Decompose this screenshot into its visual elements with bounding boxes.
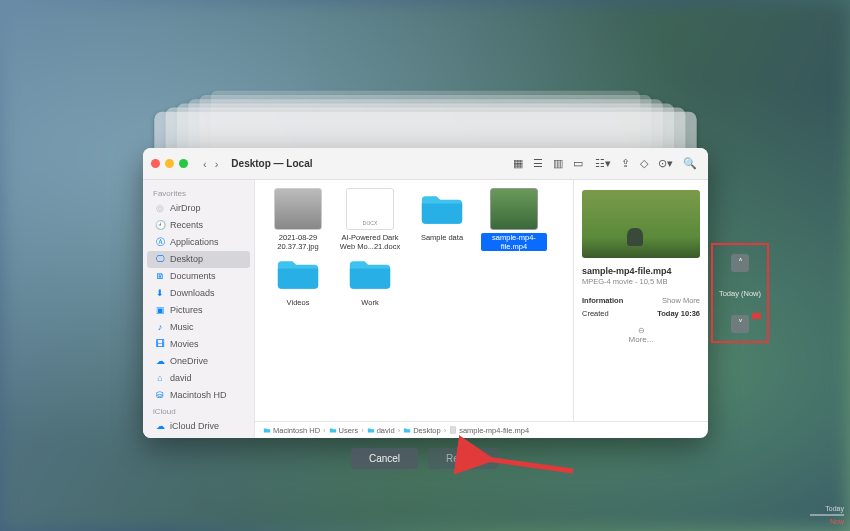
movie-icon: 🎞 bbox=[155, 338, 165, 351]
file-item[interactable]: Videos bbox=[265, 253, 331, 307]
pic-icon: ▣ bbox=[155, 304, 165, 317]
file-name-label: 2021-08-29 20.37.37.jpg bbox=[265, 233, 331, 251]
breadcrumb-item[interactable]: Macintosh HD bbox=[263, 426, 320, 435]
folder-thumbnail bbox=[346, 253, 394, 295]
more-actions-icon[interactable]: ⊖ bbox=[582, 326, 700, 335]
sidebar-item-desktop[interactable]: 🖵Desktop bbox=[147, 251, 250, 268]
sidebar-item-label: OneDrive bbox=[170, 355, 208, 368]
preview-filename: sample-mp4-file.mp4 bbox=[582, 266, 700, 276]
nav-forward-button[interactable]: › bbox=[212, 156, 222, 172]
file-item[interactable]: sample-mp4-file.mp4 bbox=[481, 188, 547, 251]
group-menu-icon[interactable]: ☷▾ bbox=[592, 155, 614, 172]
icloud-icon: ☁ bbox=[155, 420, 165, 433]
action-menu-icon[interactable]: ⊙▾ bbox=[655, 155, 676, 172]
sidebar-section-header: Favorites bbox=[143, 186, 254, 200]
doc-icon: 🗎 bbox=[155, 270, 165, 283]
cloud-icon: ☁ bbox=[155, 355, 165, 368]
sidebar-item-label: Movies bbox=[170, 338, 199, 351]
breadcrumb-separator: › bbox=[323, 426, 326, 435]
breadcrumb-item[interactable]: Desktop bbox=[403, 426, 441, 435]
breadcrumb-item[interactable]: david bbox=[367, 426, 395, 435]
sidebar-item-applications[interactable]: ⒶApplications bbox=[147, 234, 250, 251]
breadcrumb-item[interactable]: Users bbox=[329, 426, 359, 435]
created-value: Today 10:36 bbox=[657, 309, 700, 318]
view-mode-segment[interactable]: ▦ ☰ ▥ ▭ bbox=[510, 155, 586, 172]
sidebar-item-downloads[interactable]: ⬇Downloads bbox=[147, 285, 250, 302]
sidebar-item-onedrive[interactable]: ☁OneDrive bbox=[147, 353, 250, 370]
file-item[interactable]: Work bbox=[337, 253, 403, 307]
path-bar: Macintosh HD›Users›david›Desktop›sample-… bbox=[255, 421, 708, 438]
breadcrumb-separator: › bbox=[361, 426, 364, 435]
home-icon: ⌂ bbox=[155, 372, 165, 385]
breadcrumb-label: sample-mp4-file.mp4 bbox=[459, 426, 529, 435]
img-thumbnail bbox=[274, 188, 322, 230]
file-name-label: Work bbox=[361, 298, 378, 307]
timeline-today-label: Today bbox=[810, 505, 844, 512]
file-name-label: Sample data bbox=[421, 233, 463, 242]
download-icon: ⬇ bbox=[155, 287, 165, 300]
disk-icon: ⛁ bbox=[155, 389, 165, 402]
close-window-button[interactable] bbox=[151, 159, 160, 168]
list-view-icon[interactable]: ☰ bbox=[530, 155, 546, 172]
sidebar: Favorites◎AirDrop🕘RecentsⒶApplications🖵D… bbox=[143, 180, 255, 438]
sidebar-item-label: Applications bbox=[170, 236, 219, 249]
sidebar-item-macintosh-hd[interactable]: ⛁Macintosh HD bbox=[147, 387, 250, 404]
sidebar-item-label: AirDrop bbox=[170, 202, 201, 215]
show-more-link[interactable]: Show More bbox=[662, 296, 700, 305]
nav-back-button[interactable]: ‹ bbox=[200, 156, 210, 172]
app-icon: Ⓐ bbox=[155, 236, 165, 249]
music-icon: ♪ bbox=[155, 321, 165, 334]
file-grid: 2021-08-29 20.37.37.jpgAI-Powered Dark W… bbox=[255, 180, 573, 421]
window-controls bbox=[151, 159, 188, 168]
maximize-window-button[interactable] bbox=[179, 159, 188, 168]
preview-thumbnail bbox=[582, 190, 700, 258]
sidebar-item-icloud-drive[interactable]: ☁iCloud Drive bbox=[147, 418, 250, 435]
clock-icon: 🕘 bbox=[155, 219, 165, 232]
sidebar-item-recents[interactable]: 🕘Recents bbox=[147, 217, 250, 234]
sidebar-item-label: Macintosh HD bbox=[170, 389, 227, 402]
minimize-window-button[interactable] bbox=[165, 159, 174, 168]
sidebar-item-david[interactable]: ⌂david bbox=[147, 370, 250, 387]
share-icon[interactable]: ⇪ bbox=[618, 155, 633, 172]
desktop-icon: 🖵 bbox=[155, 253, 165, 266]
sidebar-item-airdrop[interactable]: ◎AirDrop bbox=[147, 200, 250, 217]
time-machine-buttons: Cancel Restore bbox=[0, 448, 850, 469]
gallery-view-icon[interactable]: ▭ bbox=[570, 155, 586, 172]
sidebar-item-label: Recents bbox=[170, 219, 203, 232]
file-item[interactable]: Sample data bbox=[409, 188, 475, 251]
icon-view-icon[interactable]: ▦ bbox=[510, 155, 526, 172]
doc-thumbnail bbox=[346, 188, 394, 230]
file-name-label: sample-mp4-file.mp4 bbox=[481, 233, 547, 251]
airdrop-icon: ◎ bbox=[155, 202, 165, 215]
svg-line-2 bbox=[486, 459, 573, 471]
timeline-down-button[interactable]: ˅ bbox=[731, 315, 749, 333]
sidebar-item-label: Pictures bbox=[170, 304, 203, 317]
window-title: Desktop — Local bbox=[231, 158, 312, 169]
sidebar-item-music[interactable]: ♪Music bbox=[147, 319, 250, 336]
timeline-indicator: Today Now bbox=[810, 505, 844, 525]
sidebar-item-pictures[interactable]: ▣Pictures bbox=[147, 302, 250, 319]
tag-icon[interactable]: ◇ bbox=[637, 155, 651, 172]
toolbar: ‹ › Desktop — Local ▦ ☰ ▥ ▭ ☷▾ ⇪ ◇ ⊙▾ 🔍 bbox=[143, 148, 708, 180]
timeline-up-button[interactable]: ˄ bbox=[731, 254, 749, 272]
breadcrumb-separator: › bbox=[398, 426, 401, 435]
breadcrumb-item[interactable]: sample-mp4-file.mp4 bbox=[449, 426, 529, 435]
search-icon[interactable]: 🔍 bbox=[680, 155, 700, 172]
file-item[interactable]: AI-Powered Dark Web Mo...21.docx bbox=[337, 188, 403, 251]
sidebar-item-label: Music bbox=[170, 321, 194, 334]
sidebar-item-label: Documents bbox=[170, 270, 216, 283]
file-name-label: AI-Powered Dark Web Mo...21.docx bbox=[337, 233, 403, 251]
file-item[interactable]: 2021-08-29 20.37.37.jpg bbox=[265, 188, 331, 251]
svg-rect-0 bbox=[451, 427, 456, 433]
cancel-button[interactable]: Cancel bbox=[351, 448, 418, 469]
annotation-marker bbox=[752, 313, 761, 319]
sidebar-section-header: Locations bbox=[143, 435, 254, 438]
timeline-label: Today (Now) bbox=[719, 289, 761, 298]
column-view-icon[interactable]: ▥ bbox=[550, 155, 566, 172]
preview-subtitle: MPEG-4 movie - 10,5 MB bbox=[582, 277, 700, 286]
preview-pane: sample-mp4-file.mp4 MPEG-4 movie - 10,5 … bbox=[573, 180, 708, 421]
sidebar-item-documents[interactable]: 🗎Documents bbox=[147, 268, 250, 285]
folder-thumbnail bbox=[274, 253, 322, 295]
sidebar-item-movies[interactable]: 🎞Movies bbox=[147, 336, 250, 353]
sidebar-item-label: david bbox=[170, 372, 192, 385]
